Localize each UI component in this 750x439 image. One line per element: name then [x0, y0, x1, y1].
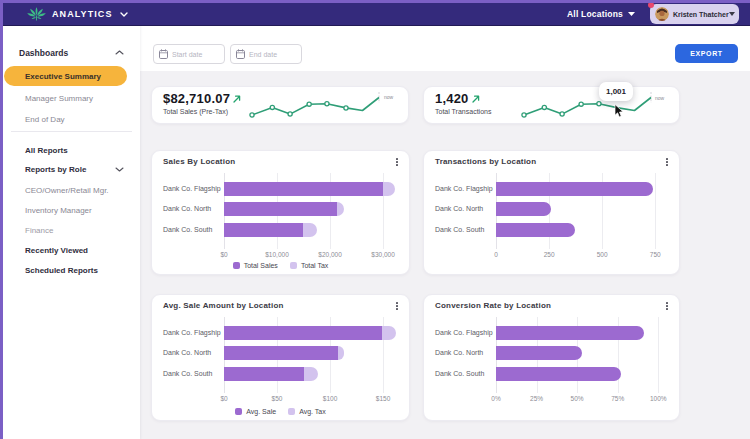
axis-tick-label: 75% — [611, 395, 624, 402]
bar-conversion-rate[interactable] — [496, 326, 644, 340]
sidebar-item-executive-summary[interactable]: Executive Summary — [4, 66, 127, 86]
axis-tick-label: $30,000 — [371, 251, 395, 258]
start-date-field[interactable] — [172, 51, 219, 58]
card-menu-kebab-icon[interactable] — [661, 155, 673, 169]
bar-total-tax[interactable] — [383, 182, 395, 196]
window-left-accent — [0, 0, 3, 439]
bar-transactions[interactable] — [496, 223, 575, 237]
axis-tick-label: $50 — [272, 395, 283, 402]
sidebar-item-end-of-day[interactable]: End of Day — [3, 112, 140, 127]
card-menu-kebab-icon[interactable] — [391, 299, 403, 313]
location-chevron-down-icon — [628, 12, 635, 16]
bar-transactions[interactable] — [496, 202, 551, 216]
bar-avg-tax[interactable] — [338, 346, 344, 360]
trend-up-icon — [233, 95, 241, 103]
bar-avg-sale[interactable] — [224, 367, 304, 381]
bar-total-tax[interactable] — [337, 202, 345, 216]
sparkline-point — [579, 102, 583, 106]
axis-tick-label: $20,000 — [318, 251, 342, 258]
chart-plot-area — [224, 173, 398, 249]
sparkline-point — [307, 102, 311, 106]
category-label: Dank Co. North — [435, 346, 493, 360]
chart-title: Transactions by Location — [435, 157, 536, 166]
legend-swatch — [290, 262, 297, 269]
kpi-total-transactions-value: 1,420 — [435, 91, 480, 106]
sidebar-item-label: Dashboards — [19, 48, 68, 58]
sidebar-item-label: All Reports — [25, 146, 68, 155]
sidebar-item-dashboards[interactable]: Dashboards — [3, 45, 140, 60]
brand-name: ANALYTICS — [52, 9, 113, 19]
sidebar-item-label: CEO/Owner/Retail Mgr. — [25, 186, 109, 195]
card-menu-kebab-icon[interactable] — [391, 155, 403, 169]
sparkline-point — [270, 105, 274, 109]
category-label: Dank Co. South — [435, 367, 493, 381]
sidebar-item-all-reports[interactable]: All Reports — [3, 143, 140, 158]
sidebar-item-scheduled-reports[interactable]: Scheduled Reports — [3, 263, 140, 278]
bar-total-tax[interactable] — [303, 223, 317, 237]
axis-tick-label: 0 — [494, 251, 498, 258]
end-date-field[interactable] — [249, 51, 296, 58]
bar-avg-sale[interactable] — [224, 326, 382, 340]
axis-tick-label: 500 — [597, 251, 608, 258]
bar-total-sales[interactable] — [224, 223, 303, 237]
bar-transactions[interactable] — [496, 182, 653, 196]
category-label: Dank Co. Flagship — [163, 182, 221, 196]
brand-chevron-down-icon — [120, 12, 128, 17]
bar-avg-sale[interactable] — [224, 346, 338, 360]
main-content: EXPORT $82,710.07 Total Sales (Pre-Tax) … — [140, 26, 750, 439]
trend-up-icon — [472, 95, 480, 103]
filter-toolbar: EXPORT — [140, 26, 750, 71]
chart-card-avg-sale-amount-by-location: Avg. Sale Amount by Location Dank Co. Fl… — [151, 294, 410, 421]
sidebar-item-finance[interactable]: Finance — [3, 223, 140, 238]
legend-item[interactable]: Avg. Tax — [288, 408, 326, 415]
sidebar-item-label: Reports by Role — [25, 165, 86, 174]
total-sales-sparkline — [249, 91, 382, 121]
bar-total-sales[interactable] — [224, 182, 383, 196]
category-label: Dank Co. North — [435, 202, 493, 216]
legend-label: Avg. Tax — [299, 408, 326, 415]
legend-swatch — [235, 408, 242, 415]
legend-item[interactable]: Avg. Sale — [235, 408, 276, 415]
sidebar-item-label: Scheduled Reports — [25, 266, 98, 275]
chart-plot-area — [496, 173, 668, 249]
end-date-input[interactable] — [230, 44, 302, 64]
bar-avg-tax[interactable] — [304, 367, 319, 381]
sparkline-tooltip: 1,001 — [599, 82, 633, 101]
chart-card-transactions-by-location: Transactions by Location Dank Co. Flagsh… — [423, 150, 680, 275]
axis-tick-label: 250 — [544, 251, 555, 258]
sidebar-item-ceo-owner-retail-mgr[interactable]: CEO/Owner/Retail Mgr. — [3, 183, 140, 198]
bar-total-sales[interactable] — [224, 202, 337, 216]
chart-title: Conversion Rate by Location — [435, 301, 551, 310]
sidebar-item-inventory-manager[interactable]: Inventory Manager — [3, 203, 140, 218]
sparkline-point — [288, 112, 292, 116]
kpi-total-sales-label: Total Sales (Pre-Tax) — [163, 108, 228, 115]
legend-item[interactable]: Total Sales — [233, 262, 278, 269]
export-button[interactable]: EXPORT — [675, 44, 738, 63]
sidebar-item-manager-summary[interactable]: Manager Summary — [3, 91, 140, 106]
chart-title: Avg. Sale Amount by Location — [163, 301, 284, 310]
chart-card-conversion-rate-by-location: Conversion Rate by Location Dank Co. Fla… — [423, 294, 680, 421]
user-menu[interactable]: Kristen Thatcher — [650, 4, 739, 24]
chart-plot-area — [224, 317, 398, 393]
chart-plot-area — [496, 317, 668, 393]
sidebar-item-reports-by-role[interactable]: Reports by Role — [3, 162, 140, 177]
chart-card-sales-by-location: Sales By Location Dank Co. FlagshipDank … — [151, 150, 410, 275]
bar-avg-tax[interactable] — [382, 326, 396, 340]
sidebar-item-recently-viewed[interactable]: Recently Viewed — [3, 243, 140, 258]
bar-conversion-rate[interactable] — [496, 367, 621, 381]
brand-logo-group[interactable]: ANALYTICS — [27, 7, 128, 21]
axis-tick-label: 750 — [650, 251, 661, 258]
category-label: Dank Co. South — [435, 223, 493, 237]
category-label: Dank Co. North — [163, 202, 221, 216]
chart-legend: Avg. SaleAvg. Tax — [152, 408, 409, 415]
now-label: now — [384, 94, 393, 100]
top-navigation-bar: ANALYTICS All Locations Kristen Thatcher — [3, 3, 750, 26]
card-menu-kebab-icon[interactable] — [661, 299, 673, 313]
bar-conversion-rate[interactable] — [496, 346, 582, 360]
axis-tick-label: 0% — [491, 395, 500, 402]
start-date-input[interactable] — [153, 44, 225, 64]
sidebar-item-label: Recently Viewed — [25, 246, 88, 255]
legend-item[interactable]: Total Tax — [290, 262, 329, 269]
location-selector[interactable]: All Locations — [567, 9, 635, 19]
calendar-icon — [159, 49, 168, 59]
